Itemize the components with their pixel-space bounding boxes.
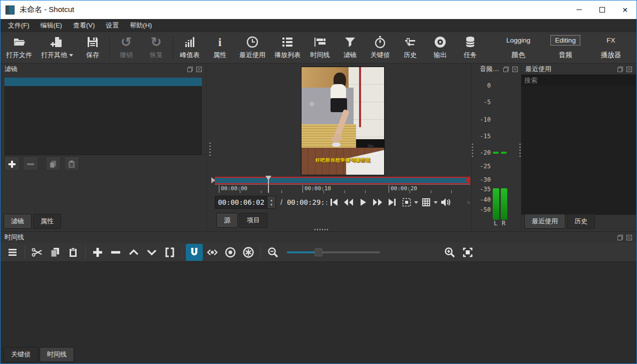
ripple-all-tracks-button[interactable] [240,244,257,261]
lift-button[interactable] [125,244,142,261]
undo-button[interactable]: ↺ 撤销 [111,34,141,62]
zoom-toggle-button[interactable] [400,196,414,209]
maximize-button[interactable] [590,1,613,19]
vertical-splitter[interactable] [207,64,213,231]
history-button[interactable]: 历史 [395,34,425,62]
keyframes-button[interactable]: 关键侦 [365,34,395,62]
current-time-value[interactable]: 00:00:06:02 [215,196,267,208]
menu-settings[interactable]: 设置 [100,19,124,32]
layout-logging-button[interactable]: Logging [502,36,534,45]
layout-player-button[interactable]: 播放器 [597,50,625,61]
playhead-handle[interactable] [265,176,271,180]
append-button[interactable] [89,244,106,261]
properties-button[interactable]: i 属性 [205,34,235,62]
save-button[interactable]: 保存 [78,34,108,62]
add-filter-button[interactable] [5,158,20,171]
zoom-slider-handle[interactable] [314,248,323,256]
spin-down-icon[interactable]: ▼ [270,203,273,206]
jobs-button[interactable]: 任务 [455,34,485,62]
split-button[interactable] [161,244,178,261]
layout-color-button[interactable]: 颜色 [508,50,529,61]
timeline-panel: 时间线 [1,231,636,364]
recent-button[interactable]: 最近使用 [235,34,270,62]
filters-button[interactable]: 滤镜 [335,34,365,62]
close-button[interactable]: ✕ [613,1,636,19]
time-ruler[interactable]: 00:00:00 00:00:10 00:00:20 [215,184,470,193]
tab-keyframes[interactable]: 关键侦 [4,347,38,362]
tab-filters[interactable]: 滤镜 [4,214,32,229]
open-other-button[interactable]: 打开其他 [37,34,78,62]
search-input[interactable] [521,75,636,86]
ripple-button[interactable] [222,244,239,261]
selected-filter-row[interactable] [5,78,202,86]
menu-edit[interactable]: 编辑(E) [35,19,68,32]
close-panel-icon[interactable] [626,66,632,73]
layout-audio-button[interactable]: 音频 [555,50,576,61]
zoom-out-button[interactable] [264,244,281,261]
toolbar-overflow-icon[interactable]: » [467,199,470,206]
tab-timeline[interactable]: 时间线 [40,347,74,362]
open-file-button[interactable]: 打开文件 [2,34,37,62]
layout-fx-button[interactable]: FX [602,36,619,45]
current-time-spinner[interactable]: 00:00:06:02 ▲ ▼ [215,196,276,209]
layout-editing-button[interactable]: Editing [550,35,580,46]
menu-view[interactable]: 查看(V) [68,19,100,32]
float-panel-icon[interactable] [617,66,623,73]
grid-button[interactable] [419,196,434,209]
timeline-menu-button[interactable] [4,244,21,261]
rewind-button[interactable] [342,196,356,209]
filter-list[interactable] [5,86,202,155]
menu-help[interactable]: 帮助(H) [124,19,157,32]
close-panel-icon[interactable] [512,66,518,73]
redo-button[interactable]: ↻ 恢复 [141,34,171,62]
skip-end-button[interactable] [385,196,400,209]
db-scale-label: -20 [472,149,491,156]
time-spin-buttons[interactable]: ▲ ▼ [267,196,275,208]
zoom-fit-button[interactable] [459,244,476,261]
zoom-in-button[interactable] [441,244,458,261]
close-panel-icon[interactable] [626,234,632,241]
tab-properties[interactable]: 属性 [33,214,61,229]
splitter-handle-icon[interactable] [472,144,473,157]
scrub-while-dragging-button[interactable] [204,244,221,261]
tab-project[interactable]: 项目 [239,213,267,228]
copy-filters-button[interactable] [46,158,61,171]
tab-history[interactable]: 历史 [567,214,595,229]
timeline-button[interactable]: 时间线 [305,34,335,62]
video-preview[interactable]: 好吧那你想学哪句哪些呢 [301,67,385,175]
spin-up-icon[interactable]: ▲ [270,199,273,202]
export-button[interactable]: 输出 [425,34,455,62]
cut-button[interactable] [29,244,46,261]
grid-caret-icon[interactable] [434,201,438,204]
playlist-button[interactable]: 播放列表 [270,34,305,62]
close-panel-icon[interactable] [196,66,202,73]
remove-filter-button[interactable] [23,158,38,171]
volume-button[interactable] [439,196,453,209]
skip-start-button[interactable] [327,196,342,209]
zoom-toggle-caret-icon[interactable] [414,201,418,204]
tab-source[interactable]: 源 [216,213,238,228]
recent-files-list[interactable] [521,86,636,215]
ripple-all-icon [242,246,254,258]
snap-toggle-button[interactable] [186,244,203,261]
timeline-zoom-slider[interactable] [287,247,380,257]
splitter-handle-icon[interactable] [519,144,521,157]
ripple-delete-button[interactable] [107,244,124,261]
fast-forward-button[interactable] [371,196,385,209]
float-panel-icon[interactable] [187,66,193,73]
horizontal-splitter-handle[interactable] [314,229,330,230]
tab-recent[interactable]: 最近使用 [524,214,565,229]
overwrite-button[interactable] [143,244,160,261]
float-panel-icon[interactable] [617,234,623,241]
peak-meter-button[interactable]: 峰值表 [175,34,205,62]
float-panel-icon[interactable] [503,66,509,73]
timeline-tracks-area[interactable] [1,262,636,347]
menu-file[interactable]: 文件(F) [3,19,35,32]
paste-filters-button[interactable] [64,158,79,171]
copy-button[interactable] [47,244,64,261]
minimize-button[interactable] [567,1,590,19]
out-marker-icon[interactable] [465,177,469,183]
play-button[interactable] [356,196,371,209]
scrubber-bar[interactable] [215,177,470,184]
paste-button[interactable] [65,244,82,261]
